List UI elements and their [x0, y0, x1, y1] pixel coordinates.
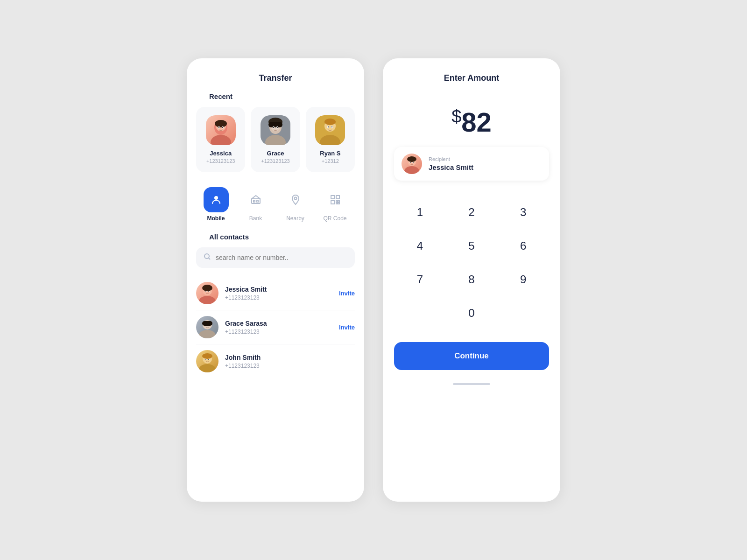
svg-point-6	[218, 127, 219, 128]
transfer-title: Transfer	[187, 58, 364, 92]
contact-john-phone: +1123123123	[225, 363, 355, 369]
amount-value: 82	[461, 107, 492, 137]
contact-grace-phone: +1123123123	[225, 329, 332, 335]
svg-rect-52	[202, 321, 212, 326]
svg-rect-27	[252, 199, 260, 203]
recipient-info: Recipient Jessica Smitt	[429, 156, 473, 171]
svg-rect-33	[331, 201, 334, 204]
tab-nearby-label: Nearby	[286, 215, 304, 222]
tab-navigation: Mobile Bank Nearby QR Code	[187, 183, 364, 231]
recent-contact-ryan[interactable]: Ryan S +12312	[306, 107, 355, 172]
search-bar	[196, 247, 355, 268]
svg-point-64	[410, 162, 411, 163]
contact-jessica-phone: +1123123123	[225, 294, 332, 301]
svg-rect-13	[268, 122, 282, 127]
contact-jessica-smitt[interactable]: Jessica Smitt +1123123123 invite	[196, 276, 355, 310]
recent-label: Recent	[196, 92, 355, 100]
contact-john-info: John Smith +1123123123	[225, 354, 355, 369]
enter-amount-panel: Enter Amount $82 Recipient Jessica Smitt…	[383, 58, 560, 502]
svg-point-16	[273, 127, 274, 128]
recent-contact-jessica[interactable]: Jessica +123123123	[196, 107, 245, 172]
svg-point-30	[294, 197, 296, 200]
recent-jessica-name: Jessica	[204, 150, 238, 157]
recipient-label: Recipient	[429, 156, 473, 162]
svg-point-25	[324, 119, 336, 125]
recipient-card: Recipient Jessica Smitt	[394, 147, 549, 181]
key-7[interactable]: 7	[394, 263, 446, 296]
contact-jessica-info: Jessica Smitt +1123123123	[225, 286, 332, 301]
recent-contact-grace[interactable]: Grace +123123123	[251, 107, 300, 172]
svg-point-26	[214, 196, 218, 200]
svg-point-45	[202, 285, 212, 291]
avatar-grace-sarasa	[196, 316, 218, 338]
contact-john-name: John Smith	[225, 354, 355, 361]
contact-grace-info: Grace Sarasa +1123123123	[225, 320, 332, 335]
search-input[interactable]	[216, 254, 347, 261]
svg-point-47	[199, 330, 216, 338]
key-9[interactable]: 9	[497, 263, 549, 296]
recent-ryan-phone: +12312	[313, 158, 347, 164]
svg-point-17	[277, 127, 278, 128]
amount-display: $82	[383, 92, 560, 147]
search-icon	[204, 253, 211, 262]
svg-rect-35	[338, 203, 339, 204]
key-0[interactable]: 0	[446, 296, 498, 330]
avatar-grace	[261, 115, 290, 145]
recent-grace-name: Grace	[258, 150, 292, 157]
tab-qrcode[interactable]: QR Code	[323, 187, 348, 222]
transfer-panel: Transfer Recent Jessica +123123123 Grace	[187, 58, 364, 502]
svg-point-40	[199, 296, 216, 304]
svg-point-59	[202, 353, 212, 359]
invite-jessica-button[interactable]: invite	[339, 290, 355, 297]
svg-point-24	[331, 126, 332, 127]
key-5[interactable]: 5	[446, 229, 498, 263]
scroll-bar	[453, 383, 490, 385]
svg-rect-36	[336, 203, 338, 204]
tab-mobile[interactable]: Mobile	[204, 187, 229, 222]
svg-rect-31	[331, 196, 334, 199]
bank-icon	[243, 187, 268, 212]
recent-cards: Jessica +123123123 Grace +123123123 Ryan…	[196, 107, 355, 172]
tab-bank-label: Bank	[249, 215, 262, 222]
recent-grace-phone: +123123123	[258, 158, 292, 164]
avatar-john-smith	[196, 350, 218, 372]
contact-jessica-name: Jessica Smitt	[225, 286, 332, 293]
contact-grace-sarasa[interactable]: Grace Sarasa +1123123123 invite	[196, 310, 355, 344]
key-8[interactable]: 8	[446, 263, 498, 296]
nearby-icon	[283, 187, 308, 212]
enter-amount-title: Enter Amount	[383, 58, 560, 92]
key-4[interactable]: 4	[394, 229, 446, 263]
recipient-avatar	[402, 154, 422, 174]
tab-bank[interactable]: Bank	[243, 187, 268, 222]
tab-nearby[interactable]: Nearby	[283, 187, 308, 222]
contacts-section: All contacts Jessica Smitt +1123123123 i…	[187, 233, 364, 378]
svg-rect-37	[338, 201, 339, 202]
svg-point-58	[208, 359, 209, 360]
continue-button[interactable]: Continue	[394, 342, 549, 370]
scroll-indicator	[383, 378, 560, 387]
recent-section: Recent Jessica +123123123 Grace +1231231…	[187, 92, 364, 172]
recent-jessica-phone: +123123123	[204, 158, 238, 164]
svg-point-57	[205, 359, 206, 360]
svg-point-61	[404, 166, 419, 174]
key-6[interactable]: 6	[497, 229, 549, 263]
qrcode-icon	[323, 187, 348, 212]
svg-point-66	[407, 156, 416, 162]
key-1[interactable]: 1	[394, 196, 446, 229]
svg-rect-34	[336, 201, 338, 202]
svg-point-7	[222, 127, 223, 128]
key-2[interactable]: 2	[446, 196, 498, 229]
avatar-jessica	[206, 115, 236, 145]
svg-rect-29	[257, 200, 258, 202]
key-3[interactable]: 3	[497, 196, 549, 229]
svg-point-54	[199, 364, 216, 372]
tab-mobile-label: Mobile	[207, 215, 225, 222]
contact-grace-name: Grace Sarasa	[225, 320, 332, 327]
svg-rect-28	[254, 200, 255, 202]
tab-qrcode-label: QR Code	[323, 215, 346, 222]
svg-rect-32	[336, 196, 339, 199]
avatar-jessica-smitt	[196, 282, 218, 304]
invite-grace-button[interactable]: invite	[339, 324, 355, 331]
recipient-name: Jessica Smitt	[429, 163, 473, 171]
contact-john-smith[interactable]: John Smith +1123123123	[196, 344, 355, 378]
